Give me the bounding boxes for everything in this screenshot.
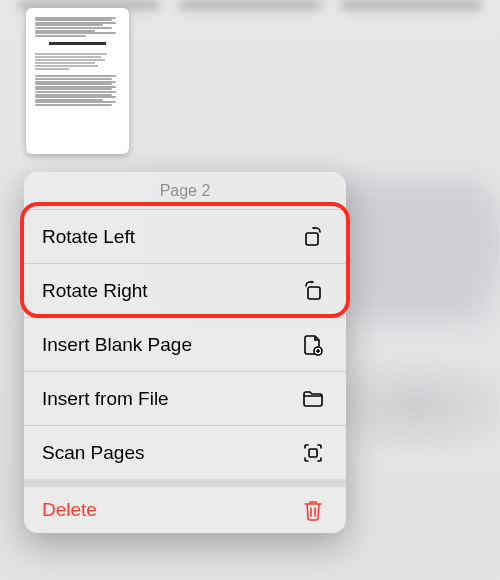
insert-blank-page-button[interactable]: Insert Blank Page: [24, 317, 346, 371]
menu-item-label: Insert Blank Page: [42, 334, 192, 356]
scan-icon: [300, 440, 326, 466]
svg-rect-0: [306, 233, 318, 245]
insert-from-file-button[interactable]: Insert from File: [24, 371, 346, 425]
page-thumbnail[interactable]: [26, 8, 129, 154]
page-add-icon: [300, 332, 326, 358]
rotate-right-button[interactable]: Rotate Right: [24, 263, 346, 317]
rotate-right-icon: [300, 278, 326, 304]
trash-icon: [300, 497, 326, 523]
delete-button[interactable]: Delete: [24, 479, 346, 533]
svg-rect-3: [309, 449, 317, 457]
menu-header: Page 2: [24, 172, 346, 209]
rotate-left-button[interactable]: Rotate Left: [24, 209, 346, 263]
menu-item-label: Rotate Right: [42, 280, 148, 302]
scan-pages-button[interactable]: Scan Pages: [24, 425, 346, 479]
rotate-left-icon: [300, 224, 326, 250]
menu-item-label: Scan Pages: [42, 442, 144, 464]
menu-item-label: Rotate Left: [42, 226, 135, 248]
folder-icon: [300, 386, 326, 412]
svg-rect-1: [308, 287, 320, 299]
context-menu: Page 2 Rotate Left Rotate Right Insert B…: [24, 172, 346, 533]
menu-item-label: Insert from File: [42, 388, 169, 410]
menu-item-label: Delete: [42, 499, 97, 521]
